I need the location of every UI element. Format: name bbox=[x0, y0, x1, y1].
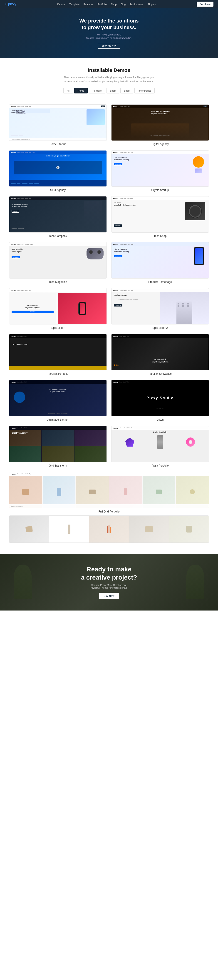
mini-nav-split-links: HomeAboutWorkBlog bbox=[17, 290, 31, 291]
hero-headline: We provide the solutions to grow your bu… bbox=[79, 18, 139, 31]
demo-label-tech-magazine: Tech Magazine bbox=[9, 280, 107, 283]
filter-tab-shop2[interactable]: Shop bbox=[120, 88, 133, 94]
demo-thumb-parallax-showcase[interactable]: ✦ pixxy HomeAboutWork be connected.anywh… bbox=[111, 334, 209, 371]
demo-thumb-full-grid-2[interactable] bbox=[9, 515, 209, 543]
demo-thumb-animated-banner[interactable]: ✦ pixxy HomeAboutWork we provide the sol… bbox=[9, 380, 107, 416]
cta-buy-button[interactable]: Buy Now bbox=[99, 593, 119, 599]
demo-item-split-slider-2[interactable]: ✦ pixxy HomeAboutWorkBlog Sodales dolor … bbox=[111, 288, 209, 329]
demo-thumb-glitch[interactable]: ✦ pixxy HomeAboutWork Pixxy Studio ✦ ✦ ✦… bbox=[111, 380, 209, 416]
nav-item-plugins[interactable]: Plugins bbox=[148, 2, 156, 6]
showcase-text: be connected.anywhere, anytime. bbox=[114, 358, 207, 363]
nav-item-portfolio[interactable]: Portfolio bbox=[98, 2, 106, 6]
demo-item-tech-shop[interactable]: ✦ pixxy HomeShopBlogAbout new arrivals m… bbox=[111, 196, 209, 238]
demo-item-parallax-showcase[interactable]: ✦ pixxy HomeAboutWork be connected.anywh… bbox=[111, 334, 209, 375]
filter-tab-all[interactable]: All bbox=[63, 88, 73, 94]
demo-item-home-startup[interactable]: ✦ pixxy HomeAboutWorkBlog Buy highly cre… bbox=[9, 104, 107, 146]
mini-logo-mag: ✦ pixxy bbox=[11, 243, 16, 245]
demo-thumb-full-grid[interactable]: ✦ pixxy HomeAboutWorkBlog bbox=[9, 472, 209, 508]
split2-btn: Learn More bbox=[114, 304, 122, 307]
glitch-main-text: Pixxy Studio bbox=[147, 396, 174, 400]
mini-purchase-btn: Buy bbox=[101, 105, 105, 107]
nav-item-blog[interactable]: Blog bbox=[120, 2, 126, 6]
demo-item-full-grid[interactable]: ✦ pixxy HomeAboutWorkBlog bbox=[9, 472, 209, 513]
demo-label-home-startup: Home Startup bbox=[9, 143, 107, 146]
hero-content: We provide the solutions to grow your bu… bbox=[79, 18, 139, 49]
demo-thumb-split-slider-2[interactable]: ✦ pixxy HomeAboutWorkBlog Sodales dolor … bbox=[111, 288, 209, 325]
praia-gem bbox=[125, 438, 134, 447]
crypto-illustration bbox=[191, 156, 207, 172]
digital-agency-bg bbox=[131, 124, 190, 137]
mini-logo-glitch: ✦ pixxy bbox=[113, 381, 118, 383]
filter-tab-home[interactable]: Home bbox=[74, 88, 88, 94]
mini-nav-full-grid-links: HomeAboutWorkBlog bbox=[17, 473, 31, 474]
hero-cta-button[interactable]: Show Me How bbox=[98, 43, 120, 49]
mini-nav-parallax: ✦ pixxy HomeAboutWork bbox=[9, 334, 106, 338]
navbar-logo[interactable]: ✦ pixxy bbox=[5, 2, 16, 6]
demo-label-digital-agency: Digital Agency bbox=[111, 143, 209, 146]
nav-item-demos[interactable]: Demos bbox=[57, 2, 65, 6]
demo-item-product-homepage[interactable]: ✦ pixxy HomeAboutWorkBlog the profession… bbox=[111, 242, 209, 283]
mini-nav-shop: ✦ pixxy HomeShopBlogAbout bbox=[112, 196, 209, 200]
demo-thumb-tech-company[interactable]: ✦ pixxy HomeAboutWorkBlog continue all w… bbox=[9, 196, 107, 232]
filter-tab-portfolio[interactable]: Portfolio bbox=[89, 88, 105, 94]
nav-item-shop[interactable]: Shop bbox=[111, 2, 117, 6]
parallax-nav-links: HomeAboutWork bbox=[17, 336, 27, 337]
demo-thumb-grid-transform[interactable]: ✦ pixxy HomeAboutWork Creative Agency bbox=[9, 426, 107, 462]
tech-cta: Read More bbox=[11, 210, 19, 213]
demo-thumb-praia[interactable]: ✦ pixxy HomeAboutWorkBlog Praia Portfoli… bbox=[111, 426, 209, 462]
dot3 bbox=[117, 364, 118, 366]
filter-tab-shop1[interactable]: Shop bbox=[106, 88, 119, 94]
demo-item-full-grid-2[interactable] bbox=[9, 515, 209, 544]
demo-thumb-product[interactable]: ✦ pixxy HomeAboutWorkBlog the profession… bbox=[111, 242, 209, 278]
seo-bar-5 bbox=[34, 183, 39, 183]
demo-item-split-slider[interactable]: ✦ pixxy HomeAboutWorkBlog be connected.a… bbox=[9, 288, 107, 329]
nav-item-template[interactable]: Template bbox=[69, 2, 79, 6]
showcase-nav-links: HomeAboutWork bbox=[119, 336, 129, 337]
filter-tab-inner-pages[interactable]: Inner Pages bbox=[134, 88, 155, 94]
demo-thumb-split-slider[interactable]: ✦ pixxy HomeAboutWorkBlog be connected.a… bbox=[9, 288, 107, 325]
mini-nav-grid: ✦ pixxy HomeAboutWork bbox=[9, 426, 106, 430]
crypto-text: the professionalinvestment banking bbox=[114, 156, 129, 161]
demo-label-crypto: Crypto Startup bbox=[111, 188, 209, 192]
demo-item-parallax-portfolio[interactable]: ✦ pixxy HomeAboutWork TECHNOLOGY Paralla… bbox=[9, 334, 107, 375]
demo-item-grid-transform[interactable]: ✦ pixxy HomeAboutWork Creative Agency Gr… bbox=[9, 426, 107, 467]
demo-thumb-seo-agency[interactable]: ✦ pixxy HomeAboutWorkBlogContact collabo… bbox=[9, 150, 107, 187]
grid-nav-links: HomeAboutWork bbox=[17, 427, 27, 429]
nav-item-features[interactable]: Features bbox=[84, 2, 93, 6]
nav-item-testimonials[interactable]: Testimonials bbox=[130, 2, 144, 6]
seo-bar-4 bbox=[29, 183, 33, 183]
mini-nav-tech-links: HomeAboutWorkBlog bbox=[17, 197, 31, 199]
cta-headline: Ready to make a creative project? bbox=[81, 565, 137, 582]
mini-logo-praia: ✦ pixxy bbox=[113, 427, 118, 429]
split2-text: Sodales dolor bbox=[114, 294, 127, 297]
mini-nav-product: ✦ pixxy HomeAboutWorkBlog bbox=[112, 242, 209, 246]
demo-item-animated-banner[interactable]: ✦ pixxy HomeAboutWork we provide the sol… bbox=[9, 380, 107, 422]
demo-item-crypto-startup[interactable]: ✦ pixxy HomeAboutWorkBlog the profession… bbox=[111, 150, 209, 192]
tech-person bbox=[84, 201, 102, 226]
seo-content: collaborate, & get results faster. bbox=[9, 155, 106, 157]
demo-thumb-tech-magazine[interactable]: ✦ pixxy HomeTechGamingMobile what is our… bbox=[9, 242, 107, 278]
demo-thumb-home-startup[interactable]: ✦ pixxy HomeAboutWorkBlog Buy highly cre… bbox=[9, 104, 107, 141]
demo-item-glitch[interactable]: ✦ pixxy HomeAboutWork Pixxy Studio ✦ ✦ ✦… bbox=[111, 380, 209, 422]
demo-item-tech-company[interactable]: ✦ pixxy HomeAboutWorkBlog continue all w… bbox=[9, 196, 107, 238]
demo-label-tech-company: Tech Company bbox=[9, 234, 107, 238]
demo-thumb-tech-shop[interactable]: ✦ pixxy HomeShopBlogAbout new arrivals m… bbox=[111, 196, 209, 232]
tech-shop-subtitle: new arrivals bbox=[114, 202, 121, 203]
demo-item-tech-magazine[interactable]: ✦ pixxy HomeTechGamingMobile what is our… bbox=[9, 242, 107, 283]
demo-label-parallax-portfolio: Parallax Portfolio bbox=[9, 372, 107, 375]
demo-thumb-digital-agency[interactable]: ✦ pixxy HomeAboutWork Buy We provide the… bbox=[111, 104, 209, 141]
demo-item-praia-portfolio[interactable]: ✦ pixxy HomeAboutWorkBlog Praia Portfoli… bbox=[111, 426, 209, 467]
demo-thumb-parallax-portfolio[interactable]: ✦ pixxy HomeAboutWork TECHNOLOGY bbox=[9, 334, 107, 371]
demo-item-seo-agency[interactable]: ✦ pixxy HomeAboutWorkBlogContact collabo… bbox=[9, 150, 107, 192]
demos-title: Installable Demos bbox=[9, 67, 209, 73]
gc4 bbox=[9, 446, 41, 462]
purchase-button[interactable]: Purchase bbox=[197, 2, 213, 6]
mini-logo-parallax: ✦ pixxy bbox=[11, 336, 16, 337]
seo-bar-1 bbox=[11, 183, 16, 183]
demo-item-digital-agency[interactable]: ✦ pixxy HomeAboutWork Buy We provide the… bbox=[111, 104, 209, 146]
split-text: be connected.anywhere, anytime. bbox=[11, 304, 54, 309]
mini-nav-links: HomeAboutWorkBlog bbox=[17, 106, 31, 107]
demo-thumb-crypto[interactable]: ✦ pixxy HomeAboutWorkBlog the profession… bbox=[111, 150, 209, 187]
cta-headline-line2: a creative project? bbox=[81, 574, 137, 581]
seo-bar-3 bbox=[22, 183, 27, 183]
